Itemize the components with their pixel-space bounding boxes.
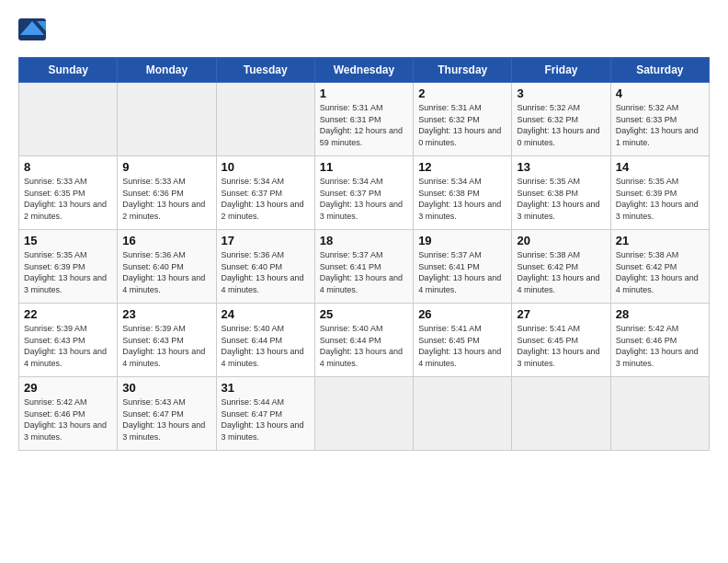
day-number: 20 [517,234,605,247]
day-number: 15 [24,234,112,247]
calendar-cell: 10 Sunrise: 5:34 AM Sunset: 6:37 PM Dayl… [216,156,314,230]
day-info: Sunrise: 5:41 AM Sunset: 6:45 PM Dayligh… [418,323,506,369]
day-info: Sunrise: 5:42 AM Sunset: 6:46 PM Dayligh… [616,323,704,369]
day-info: Sunrise: 5:38 AM Sunset: 6:42 PM Dayligh… [616,249,704,295]
day-number: 22 [24,307,112,321]
calendar-cell [610,377,709,451]
day-info: Sunrise: 5:35 AM Sunset: 6:38 PM Dayligh… [517,176,605,222]
calendar-cell: 22 Sunrise: 5:39 AM Sunset: 6:43 PM Dayl… [19,304,118,377]
logo-icon [18,18,46,40]
day-header-friday: Friday [512,58,610,83]
day-number: 31 [222,381,310,395]
calendar-cell: 30 Sunrise: 5:43 AM Sunset: 6:47 PM Dayl… [118,377,216,451]
calendar-week-4: 22 Sunrise: 5:39 AM Sunset: 6:43 PM Dayl… [19,304,710,377]
day-info: Sunrise: 5:32 AM Sunset: 6:33 PM Dayligh… [616,102,704,148]
day-number: 23 [122,307,210,321]
day-number: 26 [418,307,506,321]
calendar-table: SundayMondayTuesdayWednesdayThursdayFrid… [18,57,710,451]
day-number: 19 [418,234,506,247]
day-number: 29 [24,381,112,395]
day-info: Sunrise: 5:43 AM Sunset: 6:47 PM Dayligh… [122,396,210,442]
calendar-cell [216,83,314,156]
day-info: Sunrise: 5:36 AM Sunset: 6:40 PM Dayligh… [122,249,210,295]
day-info: Sunrise: 5:31 AM Sunset: 6:31 PM Dayligh… [320,102,408,148]
day-number: 30 [122,381,210,395]
day-number: 14 [616,160,704,174]
day-info: Sunrise: 5:34 AM Sunset: 6:38 PM Dayligh… [418,176,506,222]
day-number: 27 [517,307,605,321]
calendar-cell: 23 Sunrise: 5:39 AM Sunset: 6:43 PM Dayl… [118,304,216,377]
calendar-cell: 3 Sunrise: 5:32 AM Sunset: 6:32 PM Dayli… [512,83,610,156]
day-info: Sunrise: 5:42 AM Sunset: 6:46 PM Dayligh… [24,396,112,442]
calendar-week-5: 29 Sunrise: 5:42 AM Sunset: 6:46 PM Dayl… [19,377,710,451]
day-info: Sunrise: 5:35 AM Sunset: 6:39 PM Dayligh… [616,176,704,222]
day-number: 25 [320,307,408,321]
day-info: Sunrise: 5:37 AM Sunset: 6:41 PM Dayligh… [320,249,408,295]
day-number: 9 [122,160,210,174]
day-number: 3 [517,86,605,100]
calendar-cell: 14 Sunrise: 5:35 AM Sunset: 6:39 PM Dayl… [610,156,709,230]
calendar-cell: 29 Sunrise: 5:42 AM Sunset: 6:46 PM Dayl… [19,377,118,451]
calendar-cell [414,377,512,451]
day-info: Sunrise: 5:35 AM Sunset: 6:39 PM Dayligh… [24,249,112,295]
calendar-cell: 24 Sunrise: 5:40 AM Sunset: 6:44 PM Dayl… [216,304,314,377]
calendar-cell: 27 Sunrise: 5:41 AM Sunset: 6:45 PM Dayl… [512,304,610,377]
day-info: Sunrise: 5:36 AM Sunset: 6:40 PM Dayligh… [222,249,310,295]
calendar-cell [512,377,610,451]
calendar-cell: 2 Sunrise: 5:31 AM Sunset: 6:32 PM Dayli… [414,83,512,156]
day-header-thursday: Thursday [414,58,512,83]
calendar-cell: 28 Sunrise: 5:42 AM Sunset: 6:46 PM Dayl… [610,304,709,377]
day-info: Sunrise: 5:34 AM Sunset: 6:37 PM Dayligh… [222,176,310,222]
day-number: 13 [517,160,605,174]
day-info: Sunrise: 5:41 AM Sunset: 6:45 PM Dayligh… [517,323,605,369]
day-info: Sunrise: 5:40 AM Sunset: 6:44 PM Dayligh… [320,323,408,369]
day-info: Sunrise: 5:34 AM Sunset: 6:37 PM Dayligh… [320,176,408,222]
day-info: Sunrise: 5:37 AM Sunset: 6:41 PM Dayligh… [418,249,506,295]
day-info: Sunrise: 5:39 AM Sunset: 6:43 PM Dayligh… [24,323,112,369]
day-number: 16 [122,234,210,247]
day-info: Sunrise: 5:32 AM Sunset: 6:32 PM Dayligh… [517,102,605,148]
day-header-saturday: Saturday [610,58,709,83]
calendar-cell: 9 Sunrise: 5:33 AM Sunset: 6:36 PM Dayli… [118,156,216,230]
calendar-cell: 12 Sunrise: 5:34 AM Sunset: 6:38 PM Dayl… [414,156,512,230]
calendar-cell: 31 Sunrise: 5:44 AM Sunset: 6:47 PM Dayl… [216,377,314,451]
day-number: 28 [616,307,704,321]
calendar-cell: 16 Sunrise: 5:36 AM Sunset: 6:40 PM Dayl… [118,230,216,304]
calendar-week-3: 15 Sunrise: 5:35 AM Sunset: 6:39 PM Dayl… [19,230,710,304]
calendar-cell: 26 Sunrise: 5:41 AM Sunset: 6:45 PM Dayl… [414,304,512,377]
day-number: 18 [320,234,408,247]
day-info: Sunrise: 5:38 AM Sunset: 6:42 PM Dayligh… [517,249,605,295]
calendar-cell: 20 Sunrise: 5:38 AM Sunset: 6:42 PM Dayl… [512,230,610,304]
calendar-cell: 25 Sunrise: 5:40 AM Sunset: 6:44 PM Dayl… [314,304,413,377]
calendar-week-2: 8 Sunrise: 5:33 AM Sunset: 6:35 PM Dayli… [19,156,710,230]
calendar-cell: 21 Sunrise: 5:38 AM Sunset: 6:42 PM Dayl… [610,230,709,304]
day-number: 21 [616,234,704,247]
day-number: 24 [222,307,310,321]
day-info: Sunrise: 5:33 AM Sunset: 6:36 PM Dayligh… [122,176,210,222]
day-number: 4 [616,86,704,100]
calendar-cell [314,377,413,451]
logo [18,18,50,40]
day-info: Sunrise: 5:40 AM Sunset: 6:44 PM Dayligh… [222,323,310,369]
day-header-monday: Monday [118,58,216,83]
day-number: 11 [320,160,408,174]
calendar-cell: 4 Sunrise: 5:32 AM Sunset: 6:33 PM Dayli… [610,83,709,156]
day-info: Sunrise: 5:33 AM Sunset: 6:35 PM Dayligh… [24,176,112,222]
day-info: Sunrise: 5:44 AM Sunset: 6:47 PM Dayligh… [222,396,310,442]
calendar-cell: 11 Sunrise: 5:34 AM Sunset: 6:37 PM Dayl… [314,156,413,230]
day-number: 12 [418,160,506,174]
calendar-cell [19,83,118,156]
day-number: 8 [24,160,112,174]
day-number: 2 [418,86,506,100]
day-number: 10 [222,160,310,174]
day-number: 17 [222,234,310,247]
day-number: 1 [320,86,408,100]
calendar-cell: 17 Sunrise: 5:36 AM Sunset: 6:40 PM Dayl… [216,230,314,304]
calendar-week-1: 1 Sunrise: 5:31 AM Sunset: 6:31 PM Dayli… [19,83,710,156]
day-header-wednesday: Wednesday [314,58,413,83]
calendar-cell: 1 Sunrise: 5:31 AM Sunset: 6:31 PM Dayli… [314,83,413,156]
day-header-sunday: Sunday [19,58,118,83]
calendar-cell: 19 Sunrise: 5:37 AM Sunset: 6:41 PM Dayl… [414,230,512,304]
calendar-cell: 13 Sunrise: 5:35 AM Sunset: 6:38 PM Dayl… [512,156,610,230]
calendar-cell: 18 Sunrise: 5:37 AM Sunset: 6:41 PM Dayl… [314,230,413,304]
